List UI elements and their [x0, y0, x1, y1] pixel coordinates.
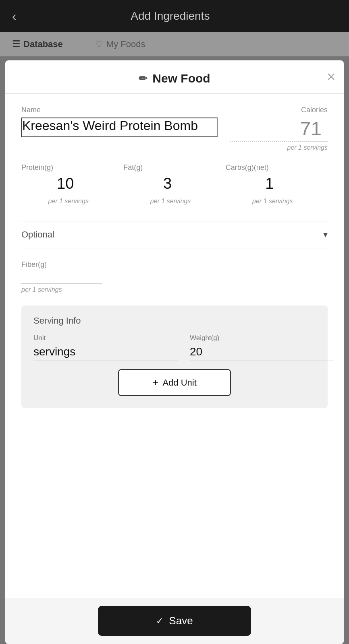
database-icon: ☰ [12, 39, 20, 50]
fat-input[interactable] [123, 175, 217, 195]
name-calories-row: Name Calories per 1 servings [21, 106, 328, 151]
close-button[interactable]: ✕ [326, 70, 336, 84]
back-button[interactable]: ‹ [12, 9, 17, 24]
save-label: Save [169, 615, 193, 627]
tab-database-label: Database [23, 39, 63, 50]
name-group: Name [21, 106, 218, 151]
name-input[interactable] [21, 118, 218, 137]
serving-row: Unit Weight(g) [33, 334, 316, 361]
fiber-input[interactable] [21, 269, 102, 280]
carbs-per-servings: per 1 servings [226, 198, 320, 205]
modal-header: ✏ New Food ✕ [5, 60, 344, 94]
tab-myfoods-label: My Foods [106, 39, 145, 50]
add-unit-button[interactable]: + Add Unit [118, 369, 231, 396]
unit-input[interactable] [33, 345, 178, 361]
modal-title: ✏ New Food [139, 72, 210, 85]
chevron-down-icon: ▾ [323, 229, 328, 240]
calories-input[interactable] [230, 118, 328, 142]
name-label: Name [21, 106, 218, 114]
add-unit-label: Add Unit [162, 378, 196, 388]
new-food-modal: ✏ New Food ✕ Name Calories per 1 serving… [5, 60, 344, 644]
fat-group: Fat(g) per 1 servings [123, 163, 225, 205]
fat-label: Fat(g) [123, 163, 217, 172]
carbs-group: Carbs(g)(net) per 1 servings [226, 163, 328, 205]
tab-bar: ☰ Database ♡ My Foods [0, 32, 349, 56]
serving-info-title: Serving Info [33, 316, 316, 326]
carbs-label: Carbs(g)(net) [226, 163, 320, 172]
check-icon: ✓ [156, 616, 163, 626]
weight-input[interactable] [190, 345, 334, 361]
carbs-input[interactable] [226, 175, 320, 195]
heart-icon: ♡ [95, 39, 103, 50]
fiber-group: Fiber(g) per 1 servings [21, 260, 328, 293]
save-button[interactable]: ✓ Save [98, 606, 251, 636]
top-bar: ‹ Add Ingredients [0, 0, 349, 32]
optional-label: Optional [21, 229, 54, 240]
edit-icon: ✏ [139, 72, 147, 85]
plus-icon: + [152, 376, 158, 389]
protein-input[interactable] [21, 175, 115, 195]
unit-label: Unit [33, 334, 178, 342]
modal-title-text: New Food [152, 72, 210, 85]
fat-per-servings: per 1 servings [123, 198, 217, 205]
modal-overlay: ✏ New Food ✕ Name Calories per 1 serving… [0, 56, 349, 644]
weight-field: Weight(g) [190, 334, 334, 361]
tab-database[interactable]: ☰ Database [12, 39, 63, 50]
page-title: Add Ingredients [25, 10, 316, 23]
protein-group: Protein(g) per 1 servings [21, 163, 123, 205]
macros-row: Protein(g) per 1 servings Fat(g) per 1 s… [21, 163, 328, 205]
unit-field: Unit [33, 334, 178, 361]
fiber-input-row [21, 269, 102, 284]
fiber-label: Fiber(g) [21, 260, 47, 268]
optional-toggle[interactable]: Optional ▾ [21, 221, 328, 248]
save-bar: ✓ Save [5, 598, 344, 644]
weight-label: Weight(g) [190, 334, 334, 342]
calories-group: Calories per 1 servings [230, 106, 328, 151]
tab-myfoods[interactable]: ♡ My Foods [95, 39, 145, 50]
protein-label: Protein(g) [21, 163, 115, 172]
modal-body: Name Calories per 1 servings Protein(g) … [5, 94, 344, 598]
fiber-per-servings: per 1 servings [21, 286, 62, 293]
calories-per-servings: per 1 servings [287, 144, 328, 151]
protein-per-servings: per 1 servings [21, 198, 115, 205]
serving-info-card: Serving Info Unit Weight(g) + Add Unit [21, 305, 328, 408]
calories-label: Calories [301, 106, 328, 114]
